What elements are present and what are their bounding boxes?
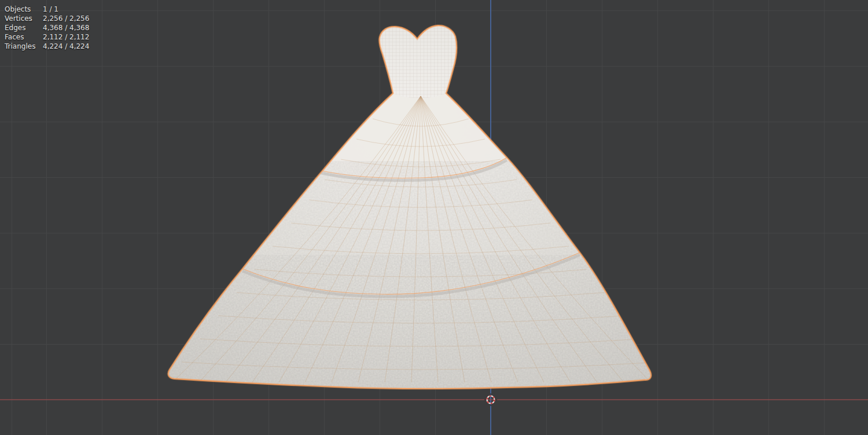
stat-value: 2,256 / 2,256	[43, 15, 89, 22]
stat-value: 1 / 1	[43, 6, 89, 13]
lace-texture-lower	[162, 255, 694, 400]
stat-label: Edges	[5, 24, 38, 31]
statistics-overlay: Objects 1 / 1 Vertices 2,256 / 2,256 Edg…	[5, 6, 89, 50]
stat-label: Triangles	[5, 43, 38, 50]
3d-cursor	[484, 393, 498, 407]
wedding-dress-model[interactable]	[0, 0, 868, 435]
blender-3d-viewport[interactable]: Objects 1 / 1 Vertices 2,256 / 2,256 Edg…	[0, 0, 868, 435]
stat-label: Faces	[5, 34, 38, 41]
stat-label: Vertices	[5, 15, 38, 22]
stat-value: 2,112 / 2,112	[43, 34, 89, 41]
stat-value: 4,368 / 4,368	[43, 24, 89, 31]
stat-value: 4,224 / 4,224	[43, 43, 89, 50]
stat-label: Objects	[5, 6, 38, 13]
